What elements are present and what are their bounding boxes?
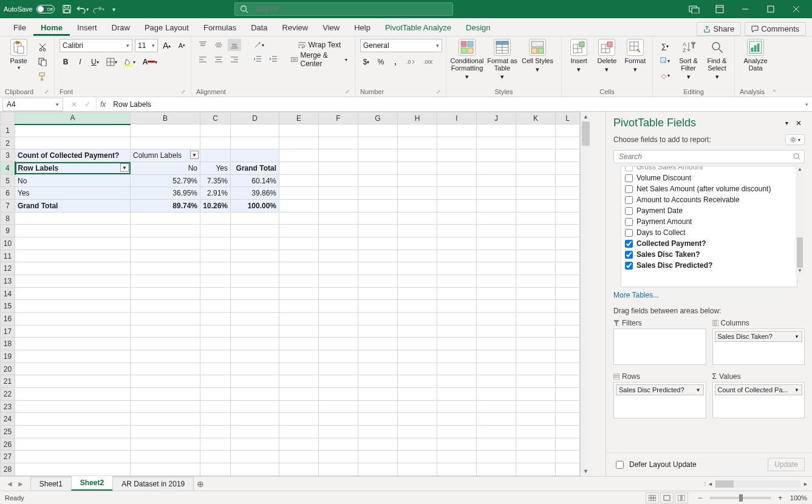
cell-B19[interactable] [131, 350, 200, 363]
row-header-15[interactable]: 15 [1, 300, 15, 313]
find-select-button[interactable]: Find & Select ▾ [705, 39, 729, 80]
tab-help[interactable]: Help [347, 19, 378, 36]
cell-J7[interactable] [477, 200, 516, 213]
cell-D8[interactable] [231, 212, 279, 225]
number-launcher-icon[interactable]: ⤢ [436, 89, 441, 95]
cell-F15[interactable] [319, 300, 358, 313]
cell-C21[interactable] [200, 375, 231, 388]
cell-I27[interactable] [437, 451, 477, 463]
tab-insert[interactable]: Insert [70, 19, 104, 36]
cell-F4[interactable] [319, 162, 358, 175]
cell-K26[interactable] [516, 438, 556, 451]
close-icon[interactable] [784, 0, 808, 18]
update-button[interactable]: Update [768, 458, 805, 471]
field-list[interactable]: Gross Sales AmountVolume DiscountNet Sal… [621, 166, 797, 287]
row-header-4[interactable]: 4 [1, 162, 15, 175]
cell-I20[interactable] [437, 363, 477, 375]
cell-K28[interactable] [516, 463, 556, 476]
cell-G17[interactable] [358, 325, 398, 338]
cell-A23[interactable] [15, 400, 131, 413]
cell-B20[interactable] [131, 363, 200, 375]
merge-center-button[interactable]: Merge & Center▾ [288, 53, 350, 66]
cell-C15[interactable] [200, 300, 231, 313]
cell-K12[interactable] [516, 262, 556, 275]
horizontal-scrollbar[interactable]: ⋮ ◄ ► [703, 480, 812, 488]
cell-J18[interactable] [477, 338, 516, 350]
cell-J3[interactable] [477, 149, 516, 162]
cell-J22[interactable] [477, 388, 516, 401]
cell-D23[interactable] [231, 400, 279, 413]
cell-L10[interactable] [556, 237, 580, 250]
increase-indent-icon[interactable] [267, 53, 280, 66]
cell-I23[interactable] [437, 400, 477, 413]
cell-F16[interactable] [319, 313, 358, 325]
cell-L11[interactable] [556, 250, 580, 262]
row-header-17[interactable]: 17 [1, 325, 15, 338]
cell-I13[interactable] [437, 275, 477, 288]
scroll-right-icon[interactable]: ► [803, 481, 808, 487]
cell-B9[interactable] [131, 225, 200, 237]
autosave-toggle[interactable]: AutoSave Off [4, 5, 55, 13]
cell-F23[interactable] [319, 400, 358, 413]
align-top-icon[interactable] [196, 39, 210, 51]
cell-G6[interactable] [358, 187, 398, 200]
col-header-B[interactable]: B [131, 112, 200, 124]
cell-H24[interactable] [398, 413, 437, 426]
row-header-2[interactable]: 2 [1, 137, 15, 149]
col-header-L[interactable]: L [556, 112, 580, 124]
filter-dropdown-icon[interactable]: ▼ [120, 163, 129, 172]
cell-B2[interactable] [131, 137, 200, 149]
scroll-left-icon[interactable]: ◄ [708, 481, 713, 487]
formula-input[interactable]: Row Labels [109, 100, 802, 109]
clipboard-launcher-icon[interactable]: ⤢ [44, 89, 49, 95]
cell-C6[interactable]: 2.91% [200, 187, 231, 200]
cell-D18[interactable] [231, 338, 279, 350]
zoom-slider[interactable] [710, 497, 771, 499]
clear-icon[interactable]: ▾ [658, 69, 672, 81]
cell-A21[interactable] [15, 375, 131, 388]
cell-J21[interactable] [477, 375, 516, 388]
cell-D26[interactable] [231, 438, 279, 451]
cell-J25[interactable] [477, 426, 516, 438]
cell-E7[interactable] [279, 200, 319, 213]
cell-D6[interactable]: 39.86% [231, 187, 279, 200]
cell-G22[interactable] [358, 388, 398, 401]
fieldlist-scrollbar[interactable]: ▲ ▼ [796, 166, 804, 276]
cell-G19[interactable] [358, 350, 398, 363]
cell-A3[interactable]: Count of Collected Payment? [15, 149, 131, 162]
tab-draw[interactable]: Draw [104, 19, 137, 36]
cell-I22[interactable] [437, 388, 477, 401]
cell-I7[interactable] [437, 200, 477, 213]
align-middle-icon[interactable] [212, 39, 225, 51]
cell-J24[interactable] [477, 413, 516, 426]
area-field-chip[interactable]: Count of Collected Pa...▼ [715, 384, 803, 395]
new-sheet-button[interactable]: ⊕ [193, 479, 208, 489]
cell-J8[interactable] [477, 212, 516, 225]
cell-B25[interactable] [131, 426, 200, 438]
col-header-F[interactable]: F [319, 112, 358, 124]
cell-F22[interactable] [319, 388, 358, 401]
cell-H4[interactable] [398, 162, 437, 175]
cell-K4[interactable] [516, 162, 556, 175]
cell-A5[interactable]: No [15, 174, 131, 187]
zoom-level[interactable]: 100% [790, 494, 807, 502]
cell-H9[interactable] [398, 225, 437, 237]
row-header-12[interactable]: 12 [1, 262, 15, 275]
increase-decimal-icon[interactable]: .0 [404, 56, 418, 68]
col-header-C[interactable]: C [200, 112, 231, 124]
cell-K17[interactable] [516, 325, 556, 338]
cell-I6[interactable] [437, 187, 477, 200]
cell-J17[interactable] [477, 325, 516, 338]
more-tables-link[interactable]: More Tables... [606, 287, 812, 301]
cell-B4[interactable]: No [131, 162, 200, 175]
row-header-18[interactable]: 18 [1, 338, 15, 350]
cell-E17[interactable] [279, 325, 319, 338]
row-header-26[interactable]: 26 [1, 438, 15, 451]
cell-E3[interactable] [279, 149, 319, 162]
col-header-I[interactable]: I [437, 112, 477, 124]
field-checkbox[interactable] [625, 240, 633, 248]
cell-I19[interactable] [437, 350, 477, 363]
zoom-out-icon[interactable]: − [694, 492, 706, 504]
font-color-icon[interactable]: A▾ [140, 56, 160, 68]
cell-G12[interactable] [358, 262, 398, 275]
